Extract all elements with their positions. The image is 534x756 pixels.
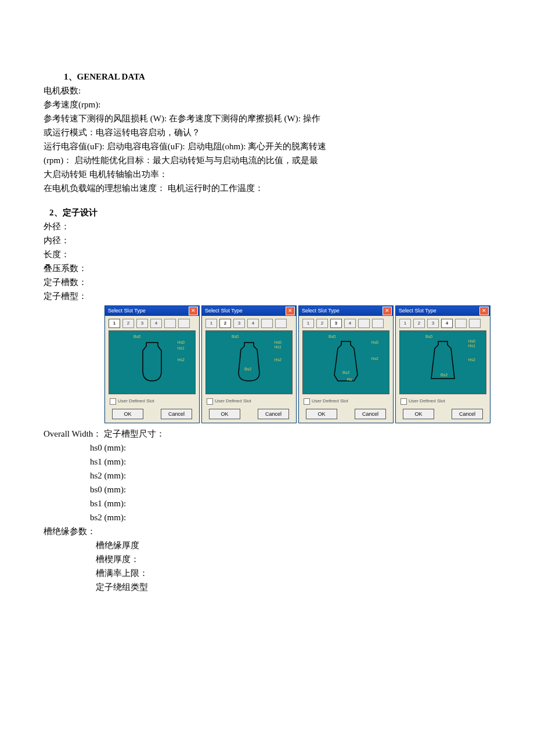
dialog-button-row: OK Cancel (396, 408, 490, 423)
slot-preview: Bs0 Hs0 Hs1 Hs2 Bs2 (399, 330, 486, 394)
dim-label: Bs2 (342, 369, 349, 376)
s1-line: (rpm)： 启动性能优化目标：最大启动转矩与与启动电流的比值，或是最 (44, 153, 490, 167)
slot-tab-row: 1 2 3 4 (396, 316, 490, 329)
slot-tab-3[interactable]: 3 (136, 319, 148, 328)
user-defined-checkbox[interactable] (304, 398, 310, 405)
slot-tab-row: 1 2 3 4 (202, 316, 296, 329)
dim-label: Bs0 (329, 333, 335, 340)
slot-tab-blank[interactable] (469, 319, 481, 328)
slot-tab-1[interactable]: 1 (205, 319, 217, 328)
user-defined-label: User Defined Slot (215, 398, 251, 405)
slot-tab-row: 1 2 3 4 (299, 316, 393, 329)
dialog-titlebar: Select Slot Type ✕ (396, 306, 490, 316)
dim-label: Bs0 (425, 333, 432, 340)
dim-line: bs1 (mm): (44, 496, 490, 510)
user-defined-checkbox[interactable] (400, 398, 407, 405)
s1-line: 电机极数: (44, 84, 490, 98)
user-defined-slot-row: User Defined Slot (105, 397, 199, 408)
slot-tab-1[interactable]: 1 (302, 319, 314, 328)
dim-line: hs1 (mm): (44, 455, 490, 469)
slot-tab-blank[interactable] (372, 319, 384, 328)
cancel-button[interactable]: Cancel (355, 409, 386, 419)
s1-line: 参考速度(rpm): (44, 98, 490, 111)
slot-tab-4[interactable]: 4 (247, 319, 259, 328)
slot-tab-2[interactable]: 2 (316, 319, 328, 328)
dialog-title: Select Slot Type (205, 307, 243, 315)
dim-label: Hs1 (275, 344, 282, 350)
slot-type-dialogs-row: Select Slot Type ✕ 1 2 3 4 Bs0 Hs0 Hs1 H… (104, 305, 490, 423)
dim-label: Hs1 (468, 343, 475, 349)
dim-label: Rs (347, 376, 352, 383)
dim-label: Hs2 (468, 357, 475, 363)
dim-label: Hs0 (371, 339, 378, 345)
section1-heading: 1、GENERAL DATA (44, 70, 490, 84)
insulation-line: 槽满率上限： (44, 566, 490, 580)
slot-type-dialog-3: Select Slot Type ✕ 1 2 3 4 Bs0 Hs0 Hs2 B… (298, 305, 394, 423)
dim-label: Hs2 (275, 357, 282, 363)
dim-line: bs2 (mm): (44, 510, 490, 524)
dim-line: hs0 (mm): (44, 441, 490, 455)
dialog-title: Select Slot Type (399, 307, 436, 315)
slot-tab-blank[interactable] (261, 319, 273, 328)
close-icon[interactable]: ✕ (189, 307, 198, 315)
insulation-heading: 槽绝缘参数： (44, 524, 490, 538)
dialog-button-row: OK Cancel (202, 408, 296, 423)
dim-line: bs0 (mm): (44, 483, 490, 496)
cancel-button[interactable]: Cancel (161, 409, 192, 419)
slot-tab-blank[interactable] (358, 319, 370, 328)
ok-button[interactable]: OK (306, 409, 337, 419)
dim-label: Bs2 (244, 366, 251, 372)
slot-tab-4[interactable]: 4 (344, 319, 356, 328)
s2-line: 长度： (44, 247, 490, 261)
s2-line: 定子槽型： (44, 289, 490, 303)
s1-line: 运行电容值(uF): 启动电容电容值(uF): 启动电阻(ohm): 离心开关的… (44, 139, 490, 153)
slot-tab-blank[interactable] (164, 319, 176, 328)
s2-line: 叠压系数： (44, 261, 490, 275)
slot-tab-1[interactable]: 1 (399, 319, 411, 328)
cancel-button[interactable]: Cancel (258, 409, 289, 419)
insulation-line: 槽绝缘厚度 (44, 538, 490, 552)
slot-tab-row: 1 2 3 4 (105, 316, 199, 329)
dialog-button-row: OK Cancel (105, 408, 199, 423)
cancel-button[interactable]: Cancel (452, 409, 483, 419)
slot-type-dialog-2: Select Slot Type ✕ 1 2 3 4 Bs0 Hs0 Hs1 H… (201, 305, 297, 423)
close-icon[interactable]: ✕ (383, 307, 392, 315)
user-defined-checkbox[interactable] (207, 398, 213, 405)
s2-line: 定子槽数： (44, 275, 490, 289)
slot-preview: Bs0 Hs0 Hs2 Bs2 Rs (302, 330, 389, 394)
ok-button[interactable]: OK (209, 409, 240, 419)
slot-tab-4[interactable]: 4 (441, 319, 453, 328)
section2-heading: 2、定子设计 (44, 206, 490, 219)
slot-preview: Bs0 Hs0 Hs1 Hs2 Bs2 (205, 330, 293, 394)
slot-tab-3[interactable]: 3 (427, 319, 439, 328)
user-defined-slot-row: User Defined Slot (299, 397, 393, 408)
user-defined-label: User Defined Slot (312, 398, 348, 405)
slot-shape-drawing (329, 338, 363, 387)
dialog-button-row: OK Cancel (299, 408, 393, 423)
dim-label: Hs1 (178, 345, 185, 351)
slot-tab-3[interactable]: 3 (330, 319, 342, 328)
slot-tab-blank[interactable] (275, 319, 287, 328)
dim-line: hs2 (mm): (44, 469, 490, 483)
dialog-titlebar: Select Slot Type ✕ (202, 306, 296, 316)
slot-shape-drawing (135, 339, 169, 386)
slot-tab-3[interactable]: 3 (233, 319, 245, 328)
close-icon[interactable]: ✕ (479, 307, 489, 315)
s2-line: 外径： (44, 219, 490, 233)
dim-label: Hs2 (371, 355, 378, 362)
slot-tab-blank[interactable] (178, 319, 190, 328)
slot-tab-2[interactable]: 2 (122, 319, 134, 328)
slot-tab-1[interactable]: 1 (109, 319, 120, 328)
close-icon[interactable]: ✕ (286, 307, 295, 315)
slot-tab-blank[interactable] (455, 319, 467, 328)
slot-preview: Bs0 Hs0 Hs1 Hs2 (109, 330, 196, 394)
slot-tab-2[interactable]: 2 (219, 319, 231, 328)
slot-tab-4[interactable]: 4 (150, 319, 162, 328)
slot-tab-2[interactable]: 2 (413, 319, 425, 328)
user-defined-checkbox[interactable] (110, 398, 116, 405)
ok-button[interactable]: OK (112, 409, 143, 419)
slot-shape-drawing (232, 339, 266, 386)
insulation-line: 定子绕组类型 (44, 580, 490, 594)
ok-button[interactable]: OK (403, 409, 434, 419)
dialog-titlebar: Select Slot Type ✕ (299, 306, 393, 316)
